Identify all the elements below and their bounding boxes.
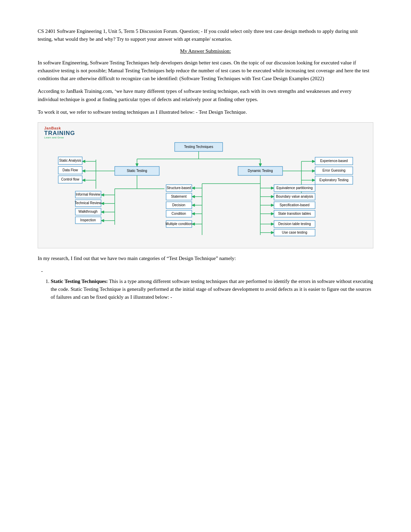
main-list: Static Testing Techniques: This is a typ… (51, 277, 373, 301)
testing-techniques-label: Testing Techniques (184, 145, 213, 149)
logo-tagline-text: Learn and Grow (44, 136, 64, 139)
paragraph-3: To work it out, we refer to software tes… (38, 108, 373, 116)
specification-based-label: Specification-based (279, 203, 309, 207)
after-diagram-text: In my research, I find out that we have … (38, 255, 373, 262)
control-flow-label: Control flow (61, 177, 80, 181)
testing-techniques-diagram: Testing Techniques Static Testing Dynami… (48, 139, 363, 242)
condition-label: Condition (172, 212, 186, 215)
use-case-testing-label: Use case testing (282, 231, 307, 234)
boundary-value-analysis-label: Boundary value analysis (276, 195, 313, 198)
paragraph-1: In software Engineering, Software Testin… (38, 59, 373, 83)
diagram-container: JanBask TRAINING Learn and Grow Testing … (38, 122, 373, 248)
exploratory-testing-label: Exploratory Testing (320, 178, 349, 182)
informal-review-label: Informal Review (76, 193, 100, 196)
dash-text: - (41, 267, 373, 275)
structure-based-label: Structure-based (166, 186, 191, 190)
paragraph-2: According to JanBask Training.com, ‘we h… (38, 87, 373, 103)
decision-table-testing-label: Decision table testing (278, 222, 311, 226)
janbask-logo: JanBask TRAINING Learn and Grow (44, 126, 75, 139)
logo-training-text: TRAINING (44, 130, 75, 136)
list-item-1-label: Static Testing Techniques: (51, 279, 108, 284)
dynamic-testing-label: Dynamic Testing (248, 169, 273, 173)
static-testing-label: Static Testing (127, 169, 147, 173)
statement-label: Statement (171, 195, 187, 198)
answer-title: My Answer Submission: (38, 48, 373, 54)
decision-label: Decision (172, 203, 185, 207)
technical-review-label: Technical Review (75, 201, 101, 205)
inspection-label: Inspection (80, 218, 96, 222)
static-analysis-label: Static Analysis (59, 159, 81, 162)
data-flow-label: Data Flow (62, 168, 78, 172)
state-transition-tables-label: State transition tables (278, 212, 311, 215)
multiple-condition-label: Multiple condition (165, 222, 192, 226)
header-paragraph: CS 2401 Software Engineering 1, Unit 5, … (38, 27, 373, 44)
walkthrough-label: Walkthrough (78, 210, 98, 213)
equivalence-partitioning-label: Equivalence partitioning (276, 186, 313, 190)
experience-based-label: Experience-based (320, 159, 348, 163)
error-guessing-label: Error Guessing (322, 169, 345, 172)
list-item-1: Static Testing Techniques: This is a typ… (51, 277, 373, 301)
